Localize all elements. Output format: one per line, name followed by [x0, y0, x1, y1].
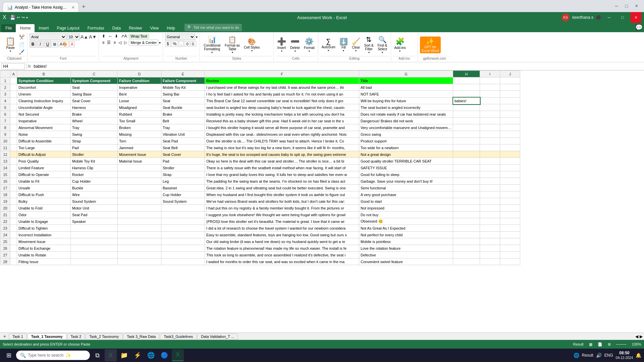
cell-h8[interactable]: [453, 124, 480, 131]
cell-j10[interactable]: [500, 138, 520, 144]
cell-e28[interactable]: [161, 258, 205, 265]
cell-j2[interactable]: [500, 84, 520, 91]
cell-c11[interactable]: Pad: [71, 144, 118, 151]
fill-btn[interactable]: ⬇️ Fill ▾: [338, 37, 349, 53]
ribbon-tab-formulas[interactable]: Formulas: [84, 24, 108, 32]
cell-e20[interactable]: [161, 205, 205, 212]
cell-g10[interactable]: Product support: [359, 138, 453, 144]
ribbon-tab-insert[interactable]: Insert: [35, 24, 53, 32]
cell-c2[interactable]: Seat: [71, 84, 118, 91]
cell-f1[interactable]: Review: [205, 77, 359, 84]
cell-b12[interactable]: Difficult to Adjust: [17, 151, 71, 158]
cell-i9[interactable]: [480, 131, 500, 138]
cell-f3[interactable]: I ho ly feel bad I asked for his and fam…: [205, 91, 359, 98]
autosum-btn[interactable]: ∑ AutoSum ▾: [320, 37, 337, 53]
cell-a8[interactable]: [10, 124, 17, 131]
cell-i13[interactable]: [480, 158, 500, 165]
cell-e9[interactable]: Vibration Unit: [161, 131, 205, 138]
cell-j11[interactable]: [500, 144, 520, 151]
cell-g15[interactable]: Good for lulling to sleep: [359, 171, 453, 178]
comma-btn[interactable]: ,: [179, 41, 183, 47]
cell-d2[interactable]: Inoperative: [118, 84, 161, 91]
cell-b17[interactable]: Unsafe: [17, 185, 71, 191]
cell-d23[interactable]: [118, 225, 161, 232]
cell-i20[interactable]: [480, 205, 500, 212]
cell-i5[interactable]: [480, 104, 500, 111]
cell-b13[interactable]: Poor Quality: [17, 158, 71, 165]
cell-c24[interactable]: [71, 232, 118, 238]
ribbon-display-btn[interactable]: ⬛: [596, 15, 601, 20]
cell-styles-btn[interactable]: 🎨 Cell Styles ▾: [243, 37, 261, 53]
cell-e25[interactable]: [161, 238, 205, 245]
search-box-container[interactable]: 🔍 Tell me what you want to do: [184, 24, 242, 31]
ribbon-tab-home[interactable]: Home: [16, 24, 35, 32]
cell-g16[interactable]: Garbage. Save your money and don't buy i…: [359, 178, 453, 185]
cell-b9[interactable]: Noise: [17, 131, 71, 138]
fill-color-btn[interactable]: A🎨: [58, 41, 69, 47]
cell-c25[interactable]: [71, 238, 118, 245]
restore-btn[interactable]: □: [617, 12, 628, 23]
cell-i21[interactable]: [480, 212, 500, 218]
cell-g8[interactable]: Very uncomfortable manuevre and Unaligne…: [359, 124, 453, 131]
cell-j20[interactable]: [500, 205, 520, 212]
cell-g14[interactable]: SAFETY ISSUE: [359, 165, 453, 171]
cell-h26[interactable]: [453, 245, 480, 252]
taskbar-vs-btn[interactable]: ⚡: [131, 349, 144, 361]
border-btn[interactable]: ⊞: [52, 41, 58, 47]
cell-g26[interactable]: Love the rotation feature: [359, 245, 453, 252]
cell-i19[interactable]: [480, 198, 500, 205]
cell-e24[interactable]: [161, 232, 205, 238]
cell-c5[interactable]: Harness: [71, 104, 118, 111]
sheet-tab-task3-guide[interactable]: Task3_Guidelines: [160, 334, 197, 340]
cell-j3[interactable]: [500, 91, 520, 98]
cell-d10[interactable]: Torn: [118, 138, 161, 144]
cell-c20[interactable]: Motor Unit: [71, 205, 118, 212]
cell-f9[interactable]: Displeased with this car seat.- slides/m…: [205, 131, 359, 138]
cell-b14[interactable]: Limited Feature: [17, 165, 71, 171]
start-btn[interactable]: ⊞: [3, 349, 15, 361]
cell-i28[interactable]: [480, 258, 500, 265]
cell-i12[interactable]: [480, 151, 500, 158]
cell-a24[interactable]: [10, 232, 17, 238]
align-middle-btn[interactable]: ↔: [107, 34, 113, 39]
cell-e10[interactable]: Seat Pad: [161, 138, 205, 144]
cell-a9[interactable]: [10, 131, 17, 138]
cell-e12[interactable]: Seat Cover: [161, 151, 205, 158]
cell-c8[interactable]: Tray: [71, 124, 118, 131]
cell-f22[interactable]: (PROS)I love this stroller set it's beau…: [205, 218, 359, 225]
sheet-tab-task2[interactable]: Task 2: [67, 334, 85, 340]
cell-g28[interactable]: Convenient swivel feature: [359, 258, 453, 265]
cell-a20[interactable]: [10, 205, 17, 212]
underline-btn[interactable]: U: [44, 41, 51, 48]
cell-f25[interactable]: Our old swing broke (it was a hand me do…: [205, 238, 359, 245]
taskbar-chrome-btn[interactable]: 🔵: [158, 349, 170, 361]
minimize-btn[interactable]: ─: [604, 12, 614, 23]
col-header-b[interactable]: B: [17, 71, 71, 77]
cell-f23[interactable]: I did a lot of research to choose the tr…: [205, 225, 359, 232]
cell-g23[interactable]: Not As Great As I Expected: [359, 225, 453, 232]
ribbon-tab-view[interactable]: View: [146, 24, 163, 32]
cell-b16[interactable]: Unable to Fit: [17, 178, 71, 185]
increase-decimal-btn[interactable]: .0: [184, 41, 190, 47]
cell-a14[interactable]: [10, 165, 17, 171]
cell-a16[interactable]: [10, 178, 17, 185]
cell-f6[interactable]: Installing is pretty easy, the locking m…: [205, 111, 359, 118]
cell-f12[interactable]: It's huge, the seat is too scooped and c…: [205, 151, 359, 158]
cell-i27[interactable]: [480, 252, 500, 258]
currency-btn[interactable]: $: [165, 41, 171, 47]
cell-f28[interactable]: I waited for months to order this car se…: [205, 258, 359, 265]
cell-g9[interactable]: Greco swing: [359, 131, 453, 138]
cell-d15[interactable]: [118, 171, 161, 178]
cell-f11[interactable]: The swing is nice but it's way too big f…: [205, 144, 359, 151]
align-right-btn[interactable]: ≡: [112, 40, 117, 45]
clear-btn[interactable]: 🧹 Clear ▾: [351, 37, 362, 53]
cell-d12[interactable]: Movement Issue: [118, 151, 161, 158]
cut-btn[interactable]: ✂️: [18, 34, 25, 41]
number-format-expand-btn[interactable]: ▾: [196, 35, 198, 39]
cell-e6[interactable]: Brake: [161, 111, 205, 118]
save-btn[interactable]: 💾: [10, 15, 15, 20]
cell-i14[interactable]: [480, 165, 500, 171]
cell-h7[interactable]: [453, 118, 480, 124]
cell-h11[interactable]: [453, 144, 480, 151]
col-header-e[interactable]: E: [161, 71, 205, 77]
